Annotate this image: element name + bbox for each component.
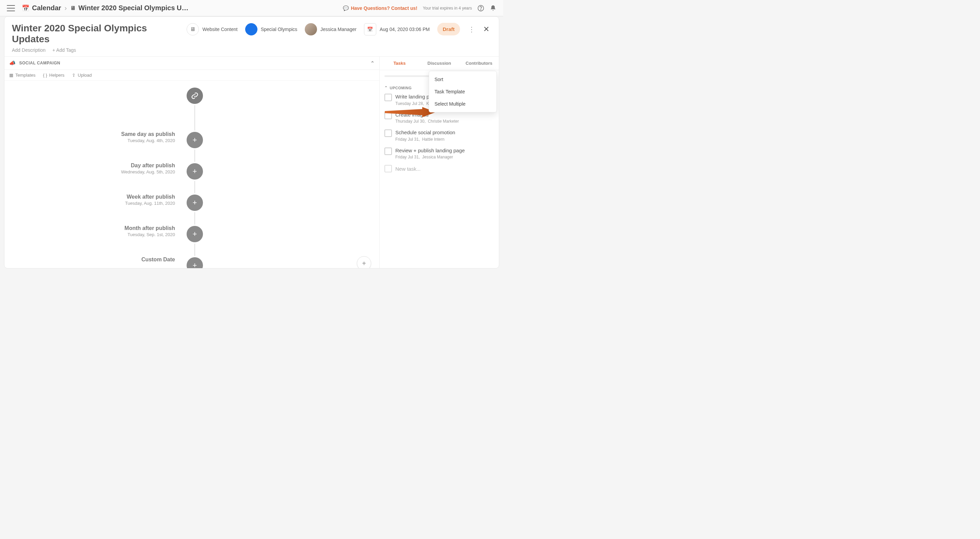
content-type-icon: 🖥 [186,23,199,35]
timeline-link-node[interactable] [186,88,203,104]
timeline-label-1: Day after publish Wednesday, Aug. 5th, 2… [73,163,175,174]
helpers-button[interactable]: { }Helpers [43,73,64,78]
owner-chip[interactable]: Jessica Manager [305,23,356,35]
timeline-label-4: Custom Date [73,257,175,263]
timeline-heading: Month after publish [73,225,175,231]
breadcrumb-calendar[interactable]: Calendar [32,4,61,12]
task-checkbox[interactable] [385,112,392,119]
timeline-add-2[interactable]: + [186,195,203,211]
category-chip[interactable]: Special Olympics [245,23,297,35]
avatar [305,23,317,35]
tab-tasks[interactable]: Tasks [380,57,420,70]
timeline-add-4[interactable]: + [186,257,203,268]
task-checkbox[interactable] [385,148,392,155]
task-checkbox[interactable] [385,94,392,101]
calendar-small-icon: 📅 [364,23,376,35]
timeline-add-0[interactable]: + [186,132,203,148]
timeline-date: Tuesday, Aug. 11th, 2020 [73,201,175,206]
tasks-dropdown-menu: Sort Task Template Select Multiple [429,71,497,112]
project-body: 📣 SOCIAL CAMPAIGN ⌃ ▦Templates { }Helper… [5,57,499,268]
project-more-icon[interactable]: ⋮ [468,25,476,33]
timeline-heading: Same day as publish [73,131,175,137]
sidebar: Tasks Discussion Contributors 0% ⋮ Sort … [380,57,499,268]
timeline-heading: Week after publish [73,194,175,200]
schedule-label: Aug 04, 2020 03:06 PM [380,27,430,32]
project-title: Winter 2020 Special Olympics Updates [12,23,186,45]
breadcrumb: 📅 Calendar › 🖥 Winter 2020 Special Olymp… [22,4,189,12]
task-row[interactable]: Review + publish landing page Friday Jul… [385,147,494,160]
add-fab[interactable]: + [357,256,371,268]
menu-select-multiple[interactable]: Select Multiple [429,98,496,110]
sidebar-tabs: Tasks Discussion Contributors [380,57,499,70]
help-icon[interactable] [477,5,484,11]
timeline-label-3: Month after publish Tuesday, Sep. 1st, 2… [73,225,175,237]
timeline-line [194,105,195,268]
chevron-up-icon: ⌃ [385,86,388,90]
breadcrumb-separator-icon: › [65,4,67,12]
timeline-heading: Day after publish [73,163,175,169]
grid-icon: ▦ [9,73,13,78]
upload-icon: ⇪ [72,73,76,78]
chat-icon: 💬 [343,5,349,11]
upload-button[interactable]: ⇪Upload [72,73,92,78]
collapse-icon[interactable]: ⌃ [371,60,375,66]
main-column: 📣 SOCIAL CAMPAIGN ⌃ ▦Templates { }Helper… [5,57,380,268]
new-task-checkbox [385,165,392,172]
bullhorn-icon: 📣 [9,60,16,66]
add-description-button[interactable]: Add Description [12,47,46,53]
breadcrumb-page-title: Winter 2020 Special Olympics U… [78,4,188,12]
timeline-date: Tuesday, Sep. 1st, 2020 [73,232,175,237]
close-icon[interactable]: ✕ [483,25,492,34]
task-meta: Thursday Jul 30, Christie Marketer [395,119,459,124]
task-title: Review + publish landing page [395,147,465,154]
new-task-placeholder: New task... [395,166,420,172]
category-label: Special Olympics [261,27,297,32]
timeline-date: Tuesday, Aug. 4th, 2020 [73,138,175,143]
project-header: Winter 2020 Special Olympics Updates Add… [5,17,499,57]
content-type-label: Website Content [202,27,237,32]
helpers-label: Helpers [49,73,65,78]
menu-sort[interactable]: Sort [429,73,496,86]
new-task-row[interactable]: New task... [385,165,494,172]
timeline-label-0: Same day as publish Tuesday, Aug. 4th, 2… [73,131,175,143]
project-card: Winter 2020 Special Olympics Updates Add… [4,16,499,268]
braces-icon: { } [43,73,47,78]
timeline-label-2: Week after publish Tuesday, Aug. 11th, 2… [73,194,175,206]
topbar-right: 💬 Have Questions? Contact us! Your trial… [343,5,496,11]
upload-label: Upload [78,73,92,78]
owner-label: Jessica Manager [320,27,356,32]
social-campaign-bar: 📣 SOCIAL CAMPAIGN ⌃ [5,57,379,70]
task-row[interactable]: Create images Thursday Jul 30, Christie … [385,112,494,124]
tab-contributors[interactable]: Contributors [459,57,499,70]
contact-link[interactable]: 💬 Have Questions? Contact us! [343,5,417,11]
status-badge[interactable]: Draft [437,23,460,35]
calendar-icon: 📅 [22,5,29,12]
social-campaign-label: SOCIAL CAMPAIGN [19,61,371,65]
upcoming-label: UPCOMING [390,86,412,90]
task-row[interactable]: Schedule social promotion Friday Jul 31,… [385,129,494,142]
add-tags-button[interactable]: + Add Tags [52,47,76,53]
timeline-heading: Custom Date [73,257,175,263]
bell-icon[interactable] [490,5,496,11]
hamburger-menu-icon[interactable] [7,5,15,11]
content-type-chip[interactable]: 🖥 Website Content [186,23,237,35]
timeline-add-1[interactable]: + [186,163,203,180]
tab-discussion[interactable]: Discussion [420,57,459,70]
schedule-chip[interactable]: 📅 Aug 04, 2020 03:06 PM [364,23,430,35]
category-color-icon [245,23,258,35]
task-meta: Friday Jul 31, Hattie Intern [395,137,455,142]
task-title: Schedule social promotion [395,129,455,136]
monitor-icon: 🖥 [70,5,76,11]
task-checkbox[interactable] [385,129,392,137]
timeline-add-3[interactable]: + [186,226,203,242]
mini-toolbar: ▦Templates { }Helpers ⇪Upload [5,70,379,81]
templates-button[interactable]: ▦Templates [9,73,35,78]
timeline-date: Wednesday, Aug. 5th, 2020 [73,169,175,174]
menu-task-template[interactable]: Task Template [429,86,496,98]
timeline: Same day as publish Tuesday, Aug. 4th, 2… [5,81,379,268]
trial-label: Your trial expires in 4 years [423,6,472,11]
top-bar: 📅 Calendar › 🖥 Winter 2020 Special Olymp… [0,0,503,16]
link-icon [191,92,199,99]
svg-point-1 [480,9,481,10]
task-meta: Friday Jul 31, Jessica Manager [395,155,465,159]
